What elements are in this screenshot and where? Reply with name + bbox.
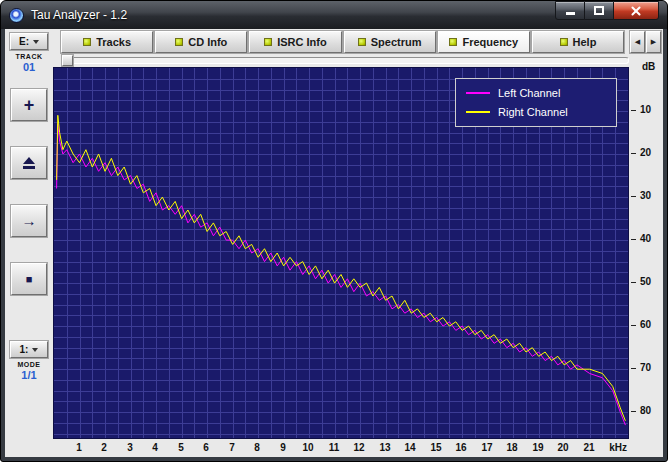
chart-row: Left Channel Right Channel dB 1020304050… bbox=[53, 67, 663, 439]
eject-icon bbox=[23, 157, 35, 169]
plus-icon: + bbox=[24, 98, 35, 112]
x-tick-label: 14 bbox=[404, 442, 415, 454]
close-button[interactable] bbox=[613, 1, 659, 20]
x-tick-label: 4 bbox=[152, 442, 158, 454]
x-tick-label: 13 bbox=[379, 442, 390, 454]
app-window: Tau Analyzer - 1.2 E: TRACK 01 + bbox=[0, 0, 668, 462]
title-bar: Tau Analyzer - 1.2 bbox=[1, 1, 667, 29]
x-tick-label: 20 bbox=[557, 442, 568, 454]
y-tick-label: 40 bbox=[631, 233, 651, 245]
tab-scroll-buttons: ◀ ▶ bbox=[630, 31, 661, 53]
stop-button[interactable]: ■ bbox=[11, 263, 47, 295]
legend-label: Left Channel bbox=[498, 87, 560, 99]
eject-button[interactable] bbox=[11, 147, 47, 179]
y-tick-label: 70 bbox=[631, 362, 651, 374]
y-tick-label: 30 bbox=[631, 190, 651, 202]
mode-label: MODE bbox=[18, 361, 41, 368]
play-button[interactable]: + bbox=[11, 89, 47, 121]
x-tick-label: 3 bbox=[127, 442, 133, 454]
x-tick-label: 19 bbox=[532, 442, 543, 454]
legend-swatch bbox=[466, 111, 490, 113]
tab-label: Frequency bbox=[462, 36, 518, 48]
y-tick-label: 80 bbox=[631, 405, 651, 417]
tab-label: Help bbox=[573, 36, 597, 48]
tab-bar: Tracks CD Info ISRC Info Spectrum Freque… bbox=[53, 29, 663, 53]
client-area: E: TRACK 01 + → ■ 1: MOD bbox=[5, 29, 663, 457]
legend-row: Left Channel bbox=[466, 87, 606, 99]
tab-isrc-info[interactable]: ISRC Info bbox=[249, 31, 341, 53]
legend-row: Right Channel bbox=[466, 106, 606, 118]
tab-frequency[interactable]: Frequency bbox=[438, 31, 530, 53]
maximize-icon bbox=[594, 6, 604, 15]
arrow-right-icon: ▶ bbox=[651, 38, 656, 46]
tab-led-icon bbox=[560, 38, 568, 46]
drive-select[interactable]: E: bbox=[10, 33, 48, 50]
tab-scroll-left-button[interactable]: ◀ bbox=[630, 31, 645, 53]
tab-led-icon bbox=[264, 38, 272, 46]
position-slider[interactable] bbox=[61, 57, 629, 64]
arrow-right-icon: → bbox=[22, 214, 37, 228]
frequency-chart: Left Channel Right Channel bbox=[53, 67, 629, 439]
drive-select-value: E: bbox=[19, 36, 29, 47]
mode-value: 1/1 bbox=[21, 369, 36, 381]
tab-label: Spectrum bbox=[371, 36, 422, 48]
track-label: TRACK bbox=[16, 53, 43, 60]
x-tick-label: 12 bbox=[353, 442, 364, 454]
next-button[interactable]: → bbox=[11, 205, 47, 237]
y-axis-labels: dB 1020304050607080 bbox=[629, 67, 663, 439]
window-title: Tau Analyzer - 1.2 bbox=[31, 8, 127, 22]
x-tick-label: 18 bbox=[506, 442, 517, 454]
y-tick-label: 10 bbox=[631, 104, 651, 116]
slider-thumb[interactable] bbox=[62, 55, 73, 66]
track-value: 01 bbox=[23, 61, 35, 73]
x-axis-labels: kHz 123456789101112131415161718192021 bbox=[53, 439, 629, 457]
tab-led-icon bbox=[175, 38, 183, 46]
x-tick-label: 5 bbox=[178, 442, 184, 454]
bottom-row: kHz 123456789101112131415161718192021 bbox=[53, 439, 663, 457]
x-tick-label: 17 bbox=[481, 442, 492, 454]
app-icon bbox=[9, 8, 24, 23]
y-tick-label: 60 bbox=[631, 319, 651, 331]
minimize-button[interactable] bbox=[555, 1, 585, 20]
main-area: Tracks CD Info ISRC Info Spectrum Freque… bbox=[53, 29, 663, 457]
chevron-down-icon bbox=[32, 348, 38, 352]
x-axis-unit: kHz bbox=[609, 442, 627, 453]
tab-led-icon bbox=[449, 38, 457, 46]
x-tick-label: 2 bbox=[101, 442, 107, 454]
x-tick-label: 8 bbox=[254, 442, 260, 454]
y-tick-label: 50 bbox=[631, 276, 651, 288]
tab-label: CD Info bbox=[188, 36, 227, 48]
x-tick-label: 21 bbox=[583, 442, 594, 454]
tab-label: ISRC Info bbox=[277, 36, 327, 48]
tab-spectrum[interactable]: Spectrum bbox=[344, 31, 436, 53]
x-tick-label: 7 bbox=[229, 442, 235, 454]
stop-icon: ■ bbox=[26, 273, 33, 285]
close-icon bbox=[630, 5, 642, 17]
tab-tracks[interactable]: Tracks bbox=[61, 31, 153, 53]
tab-led-icon bbox=[83, 38, 91, 46]
mode-select-value: 1: bbox=[20, 344, 29, 355]
maximize-button[interactable] bbox=[585, 1, 613, 20]
x-tick-label: 10 bbox=[302, 442, 313, 454]
y-axis-unit: dB bbox=[642, 61, 655, 72]
tab-label: Tracks bbox=[96, 36, 131, 48]
legend-label: Right Channel bbox=[498, 106, 568, 118]
x-tick-label: 15 bbox=[430, 442, 441, 454]
x-tick-label: 16 bbox=[455, 442, 466, 454]
tab-scroll-right-button[interactable]: ▶ bbox=[646, 31, 661, 53]
x-tick-label: 1 bbox=[76, 442, 82, 454]
minimize-icon bbox=[566, 12, 575, 15]
x-tick-label: 9 bbox=[280, 442, 286, 454]
slider-row bbox=[53, 53, 663, 67]
tab-cd-info[interactable]: CD Info bbox=[155, 31, 247, 53]
tab-help[interactable]: Help bbox=[532, 31, 624, 53]
window-controls bbox=[555, 1, 659, 20]
x-tick-label: 11 bbox=[329, 442, 340, 454]
sidebar: E: TRACK 01 + → ■ 1: MOD bbox=[5, 29, 53, 457]
chevron-down-icon bbox=[33, 40, 39, 44]
tab-led-icon bbox=[358, 38, 366, 46]
legend: Left Channel Right Channel bbox=[455, 78, 617, 127]
legend-swatch bbox=[466, 92, 490, 94]
mode-select[interactable]: 1: bbox=[10, 341, 48, 358]
x-tick-label: 6 bbox=[203, 442, 209, 454]
